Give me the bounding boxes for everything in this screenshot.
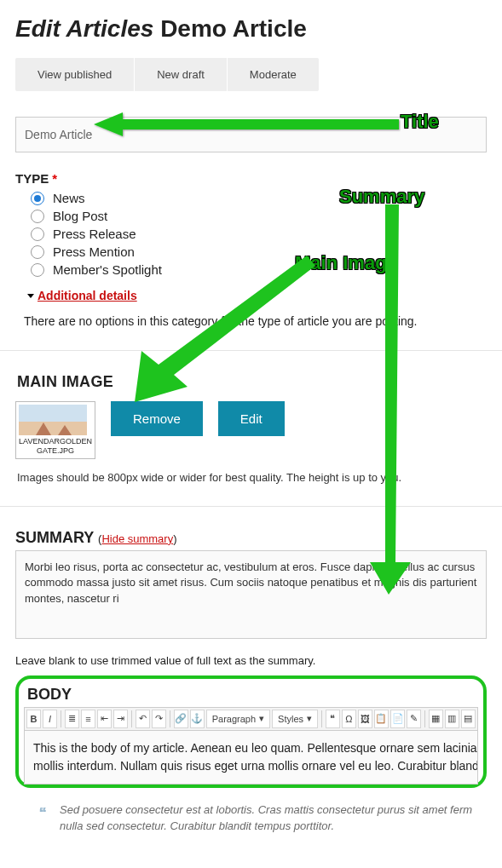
table-button[interactable]: ▦ <box>429 710 443 728</box>
bullet-list-button[interactable]: ≣ <box>65 710 79 728</box>
main-image-section: MAIN IMAGE LAVENDARGOLDENGATE.JPG Remove… <box>15 373 487 484</box>
body-heading: BODY <box>27 686 478 704</box>
bold-button[interactable]: B <box>26 710 41 728</box>
chevron-down-icon: ▾ <box>259 713 264 724</box>
summary-heading: SUMMARY (Hide summary) <box>15 529 487 547</box>
redo-button[interactable]: ↷ <box>152 710 166 728</box>
page-title-prefix: Edit Articles <box>15 15 153 42</box>
indent-button[interactable]: ⇥ <box>113 710 128 728</box>
additional-details-toggle[interactable]: Additional details <box>27 289 487 302</box>
type-label: TYPE * <box>15 171 487 186</box>
tab-moderate[interactable]: Moderate <box>228 58 319 91</box>
paragraph-select[interactable]: Paragraph ▾ <box>206 710 270 728</box>
separator <box>131 710 132 727</box>
paste-button[interactable]: 📄 <box>390 710 405 728</box>
remove-button[interactable]: Remove <box>111 401 203 436</box>
chevron-down-icon: ▾ <box>307 713 312 724</box>
radio-label: Member's Spotlight <box>53 262 162 277</box>
hr-button[interactable]: Ω <box>342 710 356 728</box>
summary-heading-text: SUMMARY <box>15 529 94 546</box>
radio-icon <box>31 245 44 259</box>
separator <box>61 710 61 727</box>
radio-icon <box>31 192 44 205</box>
type-radio-group: News Blog Post Press Release Press Menti… <box>31 191 487 277</box>
tab-new-draft[interactable]: New draft <box>135 58 228 91</box>
edit-html-button[interactable]: ✎ <box>407 710 421 728</box>
hide-summary-link[interactable]: Hide summary <box>101 532 173 545</box>
number-list-button[interactable]: ≡ <box>81 710 95 728</box>
radio-press-release[interactable]: Press Release <box>31 227 487 241</box>
title-input[interactable]: Demo Article <box>15 117 487 152</box>
undo-button[interactable]: ↶ <box>136 710 150 728</box>
thumbnail-preview <box>19 405 87 435</box>
type-label-text: TYPE <box>15 171 49 186</box>
no-options-message: There are no options in this category fo… <box>24 314 487 328</box>
radio-icon <box>31 227 44 241</box>
main-image-heading: MAIN IMAGE <box>17 373 487 391</box>
image-thumbnail[interactable]: LAVENDARGOLDENGATE.JPG <box>15 401 95 459</box>
divider <box>0 506 502 507</box>
col-button[interactable]: ▤ <box>461 710 476 728</box>
divider <box>0 350 502 351</box>
wysiwyg-toolbar: B I ≣ ≡ ⇤ ⇥ ↶ ↷ 🔗 ⚓ Paragraph ▾ Styles ▾… <box>24 707 478 730</box>
quote-button[interactable]: ❝ <box>326 710 340 728</box>
radio-label: News <box>53 191 85 205</box>
radio-news[interactable]: News <box>31 191 487 205</box>
summary-textarea[interactable]: Morbi leo risus, porta ac consectetur ac… <box>15 550 487 639</box>
outdent-button[interactable]: ⇤ <box>97 710 112 728</box>
separator <box>321 710 322 727</box>
body-line: mollis interdum. Nullam quis risus eget … <box>33 757 469 775</box>
main-image-hint: Images should be 800px wide or wider for… <box>17 471 487 484</box>
separator <box>424 710 425 727</box>
summary-hint: Leave blank to use trimmed value of full… <box>15 654 487 667</box>
body-section: BODY B I ≣ ≡ ⇤ ⇥ ↶ ↷ 🔗 ⚓ Paragraph ▾ Sty… <box>15 675 487 788</box>
thumbnail-filename: LAVENDARGOLDENGATE.JPG <box>19 437 92 456</box>
separator <box>170 710 170 727</box>
radio-icon <box>31 263 44 277</box>
row-button[interactable]: ▥ <box>445 710 459 728</box>
link-button[interactable]: 🔗 <box>174 710 188 728</box>
media-button[interactable]: 📋 <box>374 710 389 728</box>
radio-blog-post[interactable]: Blog Post <box>31 209 487 223</box>
additional-details-link[interactable]: Additional details <box>38 289 137 302</box>
tab-view-published[interactable]: View published <box>15 58 135 91</box>
radio-label: Press Release <box>53 227 136 241</box>
radio-label: Blog Post <box>53 209 107 223</box>
radio-label: Press Mention <box>53 244 135 259</box>
styles-select[interactable]: Styles ▾ <box>272 710 318 728</box>
radio-members-spotlight[interactable]: Member's Spotlight <box>31 262 487 277</box>
caret-down-icon <box>27 294 34 298</box>
radio-press-mention[interactable]: Press Mention <box>31 244 487 259</box>
page-title: Edit Articles Demo Article <box>15 15 487 43</box>
image-button[interactable]: 🖼 <box>358 710 372 728</box>
edit-button[interactable]: Edit <box>218 401 285 436</box>
tabs: View published New draft Moderate <box>15 58 319 91</box>
radio-icon <box>31 210 44 223</box>
required-star: * <box>52 171 57 186</box>
page-title-name: Demo Article <box>160 15 307 42</box>
body-textarea[interactable]: This is the body of my article. Aenean e… <box>24 730 478 785</box>
body-blockquote: Sed posuere consectetur est at lobortis.… <box>39 802 482 835</box>
anchor-button[interactable]: ⚓ <box>190 710 205 728</box>
italic-button[interactable]: I <box>43 710 57 728</box>
body-line: This is the body of my article. Aenean e… <box>33 741 478 755</box>
